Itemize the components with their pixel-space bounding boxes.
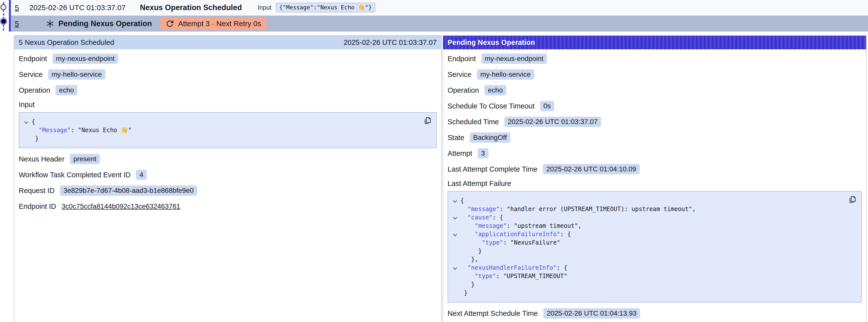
json-text: "nexusHandlerFailureInfo": { (460, 264, 567, 272)
field-value: my-nexus-endpoint (482, 54, 547, 64)
field-row: Endpoint my-nexus-endpoint (19, 51, 437, 67)
input-section-label: Input (19, 101, 437, 109)
copy-button[interactable] (848, 195, 857, 204)
json-gutter (451, 247, 460, 255)
field-label: Request ID (19, 187, 55, 195)
field-label: Workflow Task Completed Event ID (19, 171, 130, 179)
pending-event-id-link[interactable]: 5 (15, 20, 19, 28)
field-label: Next Attempt Schedule Time (447, 310, 538, 318)
collapse-chevron-icon[interactable] (451, 213, 460, 222)
json-line: "type": "UPSTREAM_TIMEOUT" (451, 272, 844, 280)
field-row: Next Attempt Schedule Time 2025-02-26 UT… (447, 305, 862, 321)
field-value: 0s (540, 101, 554, 111)
event-detail-panel-scheduled: 5 Nexus Operation Scheduled 2025-02-26 U… (14, 35, 442, 322)
field-value: 2025-02-26 UTC 01:04:13.93 (543, 308, 640, 319)
json-gutter (22, 126, 32, 134)
json-gutter (451, 205, 460, 213)
scheduled-panel-timestamp: 2025-02-26 UTC 01:03:37.07 (344, 38, 437, 46)
retry-icon (166, 20, 174, 28)
field-value: 2025-02-26 UTC 01:04:10.09 (543, 164, 640, 174)
json-gutter (451, 255, 460, 264)
field-row: Endpoint my-nexus-endpoint (447, 51, 862, 67)
event-input-chip: {"Message":"Nexus Echo 👋"} (276, 3, 375, 12)
json-text: "message": "upstream timeout", (460, 222, 582, 230)
pending-nexus-operation-row[interactable]: 5 Pending Nexus Operation Attempt 3 · Ne… (11, 15, 868, 32)
field-row: Last Attempt Complete Time 2025-02-26 UT… (447, 161, 862, 177)
field-row: State BackingOff (447, 130, 862, 146)
json-gutter (451, 238, 460, 247)
field-label: Operation (447, 86, 479, 94)
json-text: } (32, 134, 39, 143)
field-row: Request ID 3e829b7e-7d67-4b08-aad3-b1e86… (19, 183, 437, 198)
field-row: Nexus Header present (19, 151, 437, 167)
event-title: Nexus Operation Scheduled (140, 3, 242, 12)
json-line: } (22, 134, 419, 143)
field-label: Operation (19, 86, 50, 94)
field-value[interactable]: 3c0c75ccfa8144b092c13ce632463761 (62, 201, 180, 212)
field-value: 4 (136, 170, 147, 180)
json-line: } (451, 289, 844, 297)
collapse-chevron-icon[interactable] (451, 196, 460, 205)
field-value: my-hello-service (477, 69, 534, 79)
field-value: 2025-02-26 UTC 01:03:37.07 (504, 117, 601, 127)
failure-json-viewer: { "message": "handler error (UPSTREAM_TI… (447, 191, 862, 302)
pending-event-title: Pending Nexus Operation (59, 19, 152, 28)
timeline-event-marker-icon (1, 19, 6, 24)
json-text: "type": "UPSTREAM_TIMEOUT" (460, 272, 567, 280)
json-text: } (460, 289, 468, 297)
collapse-chevron-icon[interactable] (22, 118, 32, 126)
field-value: echo (484, 85, 506, 95)
json-line: "applicationFailureInfo": { (451, 230, 844, 238)
field-value: my-nexus-endpoint (53, 54, 118, 64)
json-text: } (460, 280, 475, 289)
json-line: } (451, 247, 844, 255)
timeline-start-marker-icon (0, 4, 6, 10)
failure-section-label: Last Attempt Failure (447, 180, 862, 188)
json-text: "applicationFailureInfo": { (460, 230, 571, 238)
event-input-label: Input (257, 4, 271, 11)
field-row: Workflow Task Completed Event ID 4 (19, 167, 437, 183)
event-id-link[interactable]: 5 (15, 3, 19, 12)
json-gutter (451, 289, 460, 297)
field-label: Last Attempt Complete Time (447, 165, 537, 173)
collapse-chevron-icon[interactable] (451, 230, 460, 238)
field-value: echo (56, 85, 78, 95)
field-value: 3e829b7e-7d67-4b08-aad3-b1e868bfe9e0 (60, 185, 197, 196)
field-list: Endpoint my-nexus-endpoint Service my-he… (447, 51, 862, 177)
field-value: present (70, 154, 100, 164)
retry-status-badge: Attempt 3 · Next Retry 0s (160, 18, 267, 30)
field-value: BackingOff (470, 132, 510, 143)
json-text: "type": "NexusFailure" (460, 238, 560, 247)
event-row-nexus-operation-scheduled[interactable]: 5 2025-02-26 UTC 01:03:37.07 Nexus Opera… (11, 0, 868, 15)
field-list: Nexus Header present Workflow Task Compl… (19, 151, 437, 214)
json-text: { (32, 118, 35, 126)
json-line: } (451, 280, 844, 289)
json-line: "message": "handler error (UPSTREAM_TIME… (451, 205, 844, 213)
field-row: Attempt 3 (447, 146, 862, 161)
json-line: "message": "upstream timeout", (451, 222, 844, 230)
json-line: "nexusHandlerFailureInfo": { (451, 264, 844, 272)
event-history-view: 5 2025-02-26 UTC 01:03:37.07 Nexus Opera… (0, 0, 868, 322)
json-gutter (451, 222, 460, 230)
field-label: Service (447, 70, 471, 79)
field-label: Endpoint (19, 55, 47, 63)
collapse-chevron-icon[interactable] (451, 264, 460, 272)
field-row: Service my-hello-service (447, 67, 862, 82)
json-text: "cause": { (460, 213, 503, 222)
json-line: }, (451, 255, 844, 264)
json-gutter (22, 134, 32, 143)
field-row: Service my-hello-service (19, 67, 437, 82)
field-list: Next Attempt Schedule Time 2025-02-26 UT… (447, 305, 862, 321)
pending-operation-panel: Pending Nexus Operation Endpoint my-nexu… (443, 35, 867, 322)
copy-button[interactable] (424, 116, 432, 125)
field-value: my-hello-service (48, 69, 105, 79)
json-text: } (460, 247, 482, 255)
field-label: Endpoint ID (19, 202, 56, 211)
pending-panel-title: Pending Nexus Operation (447, 38, 535, 46)
field-row: Operation echo (19, 82, 437, 98)
scheduled-panel-header: 5 Nexus Operation Scheduled 2025-02-26 U… (14, 36, 441, 49)
field-row: Operation echo (447, 82, 862, 98)
field-list: Endpoint my-nexus-endpoint Service my-he… (19, 51, 437, 98)
field-row: Schedule To Close Timeout 0s (447, 98, 862, 114)
scheduled-panel-title: 5 Nexus Operation Scheduled (19, 38, 114, 46)
